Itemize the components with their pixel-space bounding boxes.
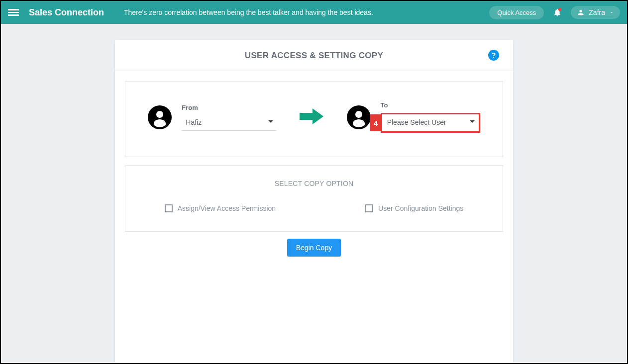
app-header: Sales Connection There's zero correlatio… — [1, 1, 627, 24]
from-to-panel: From Hafiz — [125, 81, 503, 157]
user-menu-chip[interactable]: Zafra — [571, 6, 620, 19]
to-user-select[interactable]: Please Select User — [383, 115, 478, 130]
from-user-block: From Hafiz — [148, 104, 276, 131]
content-area: USER ACCESS & SETTING COPY ? From Hafiz — [1, 24, 627, 363]
to-placeholder-value: Please Select User — [383, 115, 478, 130]
hamburger-menu-icon[interactable] — [8, 7, 19, 18]
from-label: From — [182, 104, 276, 111]
user-name-label: Zafra — [589, 8, 605, 16]
checkbox-label-2: User Configuration Settings — [378, 204, 463, 212]
svg-point-1 — [156, 111, 163, 118]
arrow-right-icon — [299, 106, 324, 128]
card-title: USER ACCESS & SETTING COPY — [245, 51, 383, 61]
from-user-select[interactable]: Hafiz — [182, 115, 276, 131]
tagline-text: There's zero correlation between being t… — [124, 8, 489, 16]
checkbox-icon — [165, 204, 173, 212]
copy-option-panel: SELECT COPY OPTION Assign/View Access Pe… — [125, 165, 503, 232]
copy-option-title: SELECT COPY OPTION — [139, 180, 489, 187]
to-label: To — [381, 101, 480, 109]
to-user-block: To 4 Please Select User — [347, 101, 480, 133]
callout-badge-4: 4 — [370, 114, 382, 131]
caret-down-icon — [470, 120, 475, 123]
svg-point-3 — [355, 111, 362, 118]
checkbox-user-config-settings[interactable]: User Configuration Settings — [365, 204, 463, 212]
checkbox-assign-view-access[interactable]: Assign/View Access Permission — [165, 204, 276, 212]
settings-card: USER ACCESS & SETTING COPY ? From Hafiz — [115, 40, 513, 363]
begin-copy-button[interactable]: Begin Copy — [287, 239, 341, 257]
to-select-highlight: 4 Please Select User — [381, 113, 480, 133]
notification-bell-icon[interactable] — [553, 8, 562, 17]
checkbox-label-1: Assign/View Access Permission — [178, 204, 276, 212]
checkbox-icon — [365, 204, 373, 212]
chevron-down-icon — [609, 10, 614, 15]
from-selected-value: Hafiz — [182, 115, 276, 131]
help-icon[interactable]: ? — [488, 50, 499, 61]
card-body: From Hafiz — [115, 71, 513, 276]
caret-down-icon — [268, 120, 273, 123]
to-avatar-icon — [347, 105, 371, 129]
quick-access-button[interactable]: Quick Access — [489, 6, 544, 19]
card-header: USER ACCESS & SETTING COPY ? — [115, 40, 513, 71]
from-avatar-icon — [148, 105, 172, 129]
app-title: Sales Connection — [29, 7, 104, 18]
